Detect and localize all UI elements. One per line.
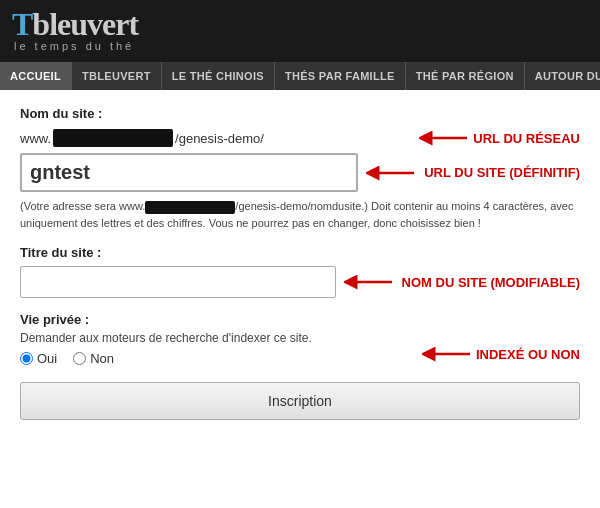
arrow-title-icon [344,270,394,294]
site-name-input-row: URL DU SITE (DÉFINITIF) [20,153,580,192]
radio-oui-label[interactable]: Oui [20,351,57,366]
title-annotation-label: NOM DU SITE (MODIFIABLE) [402,275,580,290]
logo-subtitle: le temps du thé [14,40,138,52]
url-suffix: /genesis-demo/ [175,131,264,146]
nav-item-thes-famille[interactable]: THÉS PAR FAMILLE [275,62,406,90]
main-content: Nom du site : www. /genesis-demo/ [0,90,600,436]
logo-T: T [12,6,32,42]
site-title-label: Titre du site : [20,245,580,260]
arrow-url-reseau-icon [419,127,469,149]
site-title-input[interactable] [20,266,336,298]
url-display-row: www. /genesis-demo/ [20,129,264,147]
logo-wrapper: Tbleuvert le temps du thé [12,8,138,56]
privacy-radio-row: Oui Non [20,351,312,366]
site-title-field-group: Titre du site : NOM DU SITE (MODIFIABLE) [20,245,580,298]
logo: Tbleuvert [12,8,138,40]
arrow-url-site-icon [366,158,416,188]
privacy-content: Vie privée : Demander aux moteurs de rec… [20,312,312,366]
helper-text: (Votre adresse sera www./genesis-demo/no… [20,198,580,231]
url-reseau-label: URL DU RÉSEAU [473,131,580,146]
nav-item-autour[interactable]: AUTOUR DU THÉ [525,62,600,90]
site-name-input[interactable] [20,153,358,192]
nav-item-the-chinois[interactable]: LE THÉ CHINOIS [162,62,275,90]
radio-non-text: Non [90,351,114,366]
url-reseau-annotation: URL DU RÉSEAU [419,127,580,149]
arrow-indexed-icon [422,342,472,366]
site-title-input-row: NOM DU SITE (MODIFIABLE) [20,266,580,298]
main-nav: ACCUEIL TBLEUVERT LE THÉ CHINOIS THÉS PA… [0,62,600,90]
indexed-annotation: INDEXÉ OU NON [422,342,580,366]
radio-oui-text: Oui [37,351,57,366]
url-prefix: www. [20,131,51,146]
logo-text: Tbleuvert [12,6,138,42]
nav-item-the-region[interactable]: THÉ PAR RÉGION [406,62,525,90]
nav-item-tbleuvert[interactable]: TBLEUVERT [72,62,162,90]
url-masked-domain [53,129,173,147]
header: Tbleuvert le temps du thé [0,0,600,62]
site-name-field-group: Nom du site : www. /genesis-demo/ [20,106,580,231]
nav-item-accueil[interactable]: ACCUEIL [0,62,72,90]
radio-oui[interactable] [20,352,33,365]
privacy-desc: Demander aux moteurs de recherche d'inde… [20,331,312,345]
url-site-label: URL DU SITE (DÉFINITIF) [424,165,580,180]
logo-rest: bleuvert [32,6,138,42]
privacy-section: Vie privée : Demander aux moteurs de rec… [20,312,580,366]
privacy-label: Vie privée : [20,312,312,327]
radio-non-label[interactable]: Non [73,351,114,366]
submit-button[interactable]: Inscription [20,382,580,420]
indexed-label: INDEXÉ OU NON [476,347,580,362]
helper-masked [145,201,235,214]
site-name-label: Nom du site : [20,106,580,121]
radio-non[interactable] [73,352,86,365]
